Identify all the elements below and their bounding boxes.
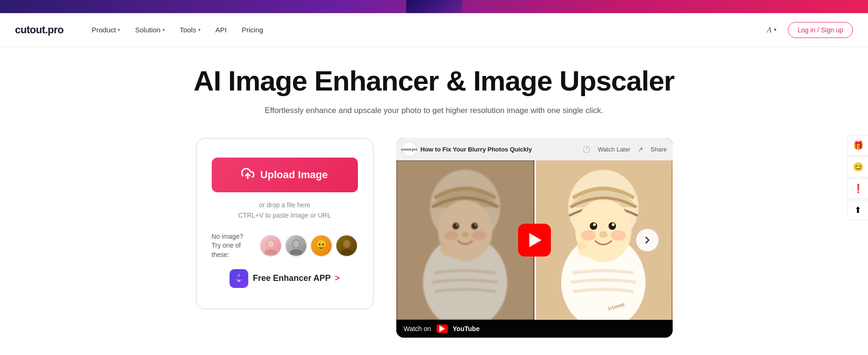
- svg-point-32: [608, 222, 616, 230]
- share-icon: ↗: [638, 146, 643, 153]
- svg-point-35: [599, 231, 608, 238]
- svg-point-26: [440, 243, 448, 249]
- chevron-down-icon: ▾: [163, 27, 165, 32]
- scroll-top-button[interactable]: ⬆: [847, 200, 868, 220]
- youtube-label: YouTube: [453, 325, 480, 332]
- upload-icon: [241, 167, 254, 183]
- svg-point-20: [456, 224, 458, 226]
- gift-button[interactable]: 🎁: [847, 135, 868, 156]
- sample-label: No image? Try one of these:: [212, 232, 254, 260]
- sample-images: [260, 234, 358, 257]
- nav-solution[interactable]: Solution ▾: [129, 22, 170, 38]
- banner-image: [406, 0, 462, 13]
- sample-image-1[interactable]: [260, 234, 282, 257]
- svg-point-11: [340, 249, 353, 255]
- svg-point-6: [293, 241, 299, 248]
- chevron-down-icon: ▾: [198, 27, 200, 32]
- alert-icon: ❗: [853, 183, 863, 194]
- content-area: Upload Image or drop a file here CTRL+V …: [121, 138, 747, 338]
- nav-right: 𝐴 ▾ Log in / Sign up: [763, 22, 853, 38]
- play-button[interactable]: [518, 224, 551, 257]
- upload-button-label: Upload Image: [260, 169, 327, 181]
- video-controls: 🕐 Watch Later ↗ Share: [583, 146, 667, 153]
- svg-point-19: [471, 223, 478, 229]
- svg-point-5: [289, 249, 302, 255]
- svg-point-9: [322, 243, 324, 245]
- svg-point-23: [444, 231, 458, 240]
- nav-pricing[interactable]: Pricing: [236, 22, 269, 38]
- video-title: How to Fix Your Blurry Photos Quickly: [421, 146, 532, 153]
- translate-icon: 𝐴: [767, 25, 772, 35]
- video-card[interactable]: cutout.pro How to Fix Your Blurry Photos…: [396, 138, 673, 338]
- youtube-logo[interactable]: YouTube: [437, 325, 480, 333]
- free-app-button[interactable]: Free Enhancer APP >: [230, 267, 340, 290]
- nav-tools[interactable]: Tools ▾: [174, 22, 206, 38]
- language-selector[interactable]: 𝐴 ▾: [763, 23, 780, 37]
- video-header: cutout.pro How to Fix Your Blurry Photos…: [396, 138, 673, 160]
- nav-product[interactable]: Product ▾: [86, 22, 126, 38]
- play-icon: [529, 233, 542, 247]
- upload-button[interactable]: Upload Image: [212, 158, 358, 192]
- sample-image-4[interactable]: [335, 234, 358, 257]
- chevron-down-icon: ▾: [774, 27, 777, 33]
- avatar-button[interactable]: 😊: [847, 157, 868, 177]
- hero-subtitle: Effortlessly enhance and upscale your ph…: [121, 106, 747, 115]
- alert-button[interactable]: ❗: [847, 178, 868, 199]
- svg-point-36: [581, 230, 596, 241]
- app-icon: [230, 269, 248, 288]
- sample-section: No image? Try one of these:: [212, 232, 358, 260]
- sample-image-2[interactable]: [285, 234, 307, 257]
- next-arrow-button[interactable]: [636, 229, 659, 251]
- youtube-play-triangle: [439, 325, 445, 332]
- svg-point-37: [611, 230, 626, 241]
- svg-point-3: [267, 241, 274, 248]
- top-banner: [0, 0, 868, 13]
- watch-later-label[interactable]: Watch Later: [598, 146, 631, 153]
- chevron-down-icon: ▾: [118, 27, 120, 32]
- free-app-label: Free Enhancer APP >: [253, 273, 340, 283]
- youtube-play-icon: [437, 325, 448, 333]
- sample-image-3[interactable]: [310, 234, 333, 257]
- navbar: cutout.pro Product ▾ Solution ▾ Tools ▾ …: [0, 13, 868, 47]
- svg-point-12: [343, 241, 349, 248]
- svg-point-18: [453, 223, 459, 229]
- face-icon: 😊: [853, 162, 863, 172]
- hero-title: AI Image Enhancer & Image Upscaler: [121, 66, 747, 97]
- channel-avatar: cutout.pro: [402, 142, 417, 157]
- svg-point-22: [461, 232, 469, 237]
- svg-point-31: [590, 222, 597, 230]
- svg-point-21: [475, 224, 476, 226]
- before-image: [396, 160, 534, 320]
- youtube-logo-area: cutout.pro How to Fix Your Blurry Photos…: [402, 142, 532, 157]
- upload-hint: or drop a file here CTRL+V to paste imag…: [238, 200, 331, 221]
- upload-icon: ⬆: [854, 205, 861, 215]
- video-thumbnail[interactable]: 1•1mm5: [396, 160, 673, 320]
- svg-point-24: [472, 231, 486, 240]
- side-actions: 🎁 😊 ❗ ⬆: [847, 135, 868, 220]
- arrow-icon: >: [335, 273, 340, 283]
- watch-later-icon: 🕐: [583, 146, 590, 153]
- svg-point-34: [612, 223, 615, 226]
- watch-on-label: Watch on: [404, 325, 431, 332]
- share-label[interactable]: Share: [651, 146, 667, 153]
- main-content: AI Image Enhancer & Image Upscaler Effor…: [106, 47, 762, 355]
- nav-api[interactable]: API: [210, 22, 232, 38]
- svg-point-33: [593, 223, 596, 226]
- gift-icon: 🎁: [853, 140, 863, 151]
- login-signup-button[interactable]: Log in / Sign up: [788, 22, 853, 38]
- logo[interactable]: cutout.pro: [15, 24, 64, 36]
- svg-point-8: [319, 243, 320, 245]
- svg-point-13: [238, 280, 240, 282]
- upload-card: Upload Image or drop a file here CTRL+V …: [196, 138, 374, 310]
- svg-point-2: [264, 249, 277, 255]
- svg-point-39: [577, 242, 586, 249]
- nav-links: Product ▾ Solution ▾ Tools ▾ API Pricing: [86, 22, 763, 38]
- video-footer: Watch on YouTube: [396, 320, 673, 338]
